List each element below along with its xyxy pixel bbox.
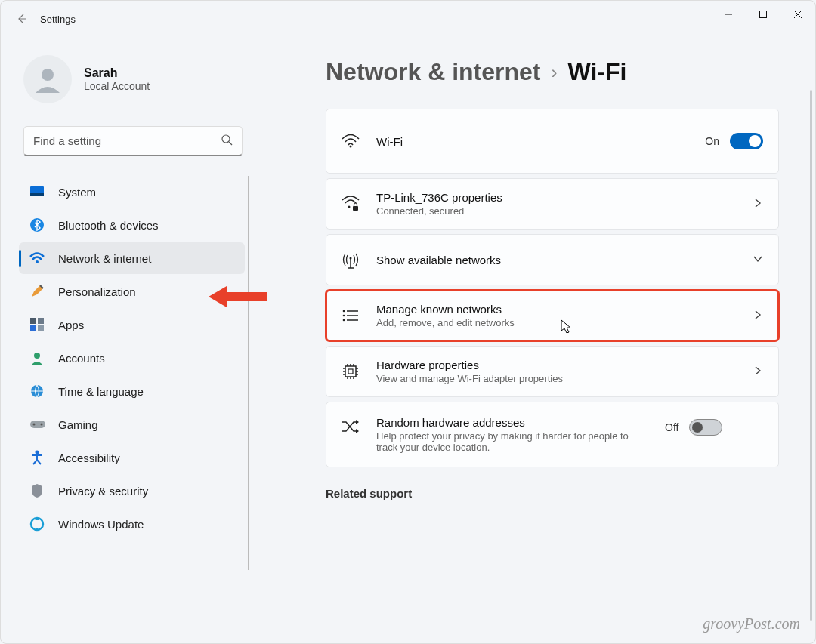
svg-point-33 [343, 319, 345, 322]
search-icon [221, 134, 233, 148]
svg-point-16 [34, 353, 40, 359]
svg-point-23 [350, 146, 352, 148]
window-controls [711, 1, 815, 28]
nav-item-apps[interactable]: Apps [19, 309, 245, 340]
account-name: Sarah [84, 66, 150, 80]
nav-label: Network & internet [58, 252, 151, 265]
svg-point-29 [343, 310, 345, 313]
wifi-toggle[interactable] [730, 133, 763, 149]
nav-label: Gaming [58, 418, 98, 431]
svg-rect-13 [38, 318, 44, 324]
svg-line-7 [229, 142, 232, 145]
svg-rect-15 [38, 325, 44, 331]
card-known-networks[interactable]: Manage known networks Add, remove, and e… [326, 290, 779, 341]
account-header[interactable]: Sarah Local Account [19, 55, 249, 103]
svg-rect-14 [30, 325, 36, 331]
nav-label: Accounts [58, 352, 105, 365]
card-title: TP-Link_736C properties [376, 191, 736, 204]
nav-label: Privacy & security [58, 485, 148, 498]
nav-item-bluetooth[interactable]: Bluetooth & devices [19, 209, 245, 241]
toggle-label: On [705, 135, 719, 147]
svg-rect-1 [760, 11, 767, 18]
svg-point-31 [343, 315, 345, 317]
card-subtitle: Connected, secured [376, 205, 736, 217]
svg-rect-36 [348, 369, 353, 374]
nav-item-privacy[interactable]: Privacy & security [19, 475, 245, 507]
paintbrush-icon [29, 284, 45, 299]
watermark: groovyPost.com [703, 615, 800, 633]
list-icon [342, 309, 360, 322]
chevron-down-icon [753, 254, 763, 267]
card-hardware-properties[interactable]: Hardware properties View and manage Wi-F… [326, 346, 779, 397]
page-title: Wi-Fi [567, 58, 626, 86]
nav-item-accessibility[interactable]: Accessibility [19, 442, 245, 473]
globe-clock-icon [29, 384, 45, 399]
nav-label: Bluetooth & devices [58, 219, 159, 232]
chevron-right-icon [753, 310, 763, 322]
person-icon [29, 350, 45, 365]
maximize-button[interactable] [746, 1, 780, 28]
minimize-button[interactable] [711, 1, 746, 28]
card-random-addresses[interactable]: Random hardware addresses Help protect y… [326, 402, 779, 467]
card-title: Show available networks [376, 254, 736, 267]
card-subtitle: Add, remove, and edit networks [376, 317, 736, 328]
svg-point-20 [41, 424, 43, 426]
nav-item-time[interactable]: Time & language [19, 375, 245, 407]
svg-point-21 [36, 451, 39, 454]
nav-label: Apps [58, 319, 84, 331]
card-title: Wi-Fi [376, 135, 688, 148]
wifi-icon [342, 134, 360, 149]
nav-item-system[interactable]: System [19, 176, 245, 208]
shield-icon [29, 483, 45, 498]
nav-label: Accessibility [58, 451, 120, 464]
card-title: Manage known networks [376, 303, 736, 316]
chip-icon [342, 362, 360, 381]
search-placeholder: Find a setting [33, 134, 101, 147]
shuffle-icon [342, 419, 360, 434]
scrollbar[interactable] [810, 90, 812, 621]
gamepad-icon [29, 417, 45, 432]
window-title: Settings [37, 14, 76, 25]
nav-item-update[interactable]: Windows Update [19, 508, 245, 540]
random-addresses-toggle[interactable] [689, 419, 722, 436]
nav-label: System [58, 186, 96, 199]
related-support-heading: Related support [326, 487, 809, 500]
svg-rect-12 [30, 318, 36, 324]
titlebar: Settings [1, 1, 815, 37]
apps-icon [29, 317, 45, 332]
close-button[interactable] [780, 1, 815, 28]
card-subtitle: Help protect your privacy by making it h… [376, 430, 648, 453]
card-title: Hardware properties [376, 359, 736, 371]
card-wifi-toggle[interactable]: Wi-Fi On [326, 109, 779, 174]
nav-item-gaming[interactable]: Gaming [19, 408, 245, 440]
breadcrumb-parent[interactable]: Network & internet [326, 58, 540, 86]
svg-point-6 [222, 135, 230, 143]
back-button[interactable] [7, 4, 37, 34]
svg-rect-25 [353, 206, 358, 211]
system-icon [29, 184, 45, 199]
nav-item-personalization[interactable]: Personalization [19, 276, 245, 307]
chevron-right-icon [753, 198, 763, 211]
nav-label: Personalization [58, 285, 136, 298]
nav-item-accounts[interactable]: Accounts [19, 342, 245, 374]
wifi-icon [29, 251, 45, 266]
card-available-networks[interactable]: Show available networks [326, 234, 779, 285]
sidebar: Sarah Local Account Find a setting Syste… [1, 37, 258, 643]
card-network-properties[interactable]: TP-Link_736C properties Connected, secur… [326, 178, 779, 230]
bluetooth-icon [29, 217, 45, 233]
chevron-right-icon [753, 365, 763, 378]
svg-rect-9 [30, 193, 44, 196]
antenna-icon [342, 251, 360, 269]
nav-item-network[interactable]: Network & internet [19, 242, 245, 274]
card-subtitle: View and manage Wi-Fi adapter properties [376, 373, 736, 384]
svg-rect-35 [345, 366, 356, 377]
breadcrumb: Network & internet › Wi-Fi [326, 58, 809, 86]
toggle-label: Off [665, 421, 678, 433]
avatar-icon [23, 55, 72, 103]
accessibility-icon [29, 450, 45, 465]
account-type: Local Account [84, 80, 150, 92]
nav: System Bluetooth & devices Network & int… [19, 176, 249, 570]
search-input[interactable]: Find a setting [23, 126, 243, 156]
svg-point-11 [36, 260, 39, 263]
nav-label: Windows Update [58, 518, 144, 531]
